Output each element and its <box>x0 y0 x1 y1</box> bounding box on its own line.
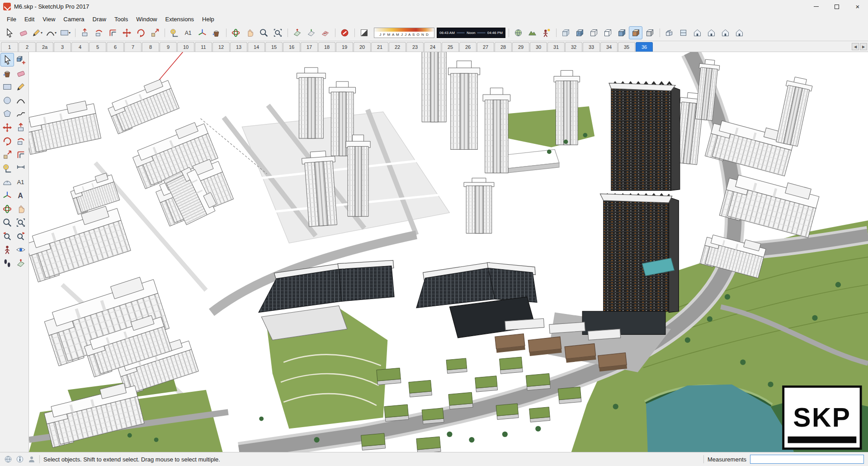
menu-tools[interactable]: Tools <box>110 14 132 24</box>
rotate-button[interactable]: ▾ <box>134 26 147 39</box>
maximize-button[interactable] <box>826 0 847 13</box>
palette-look-around-button[interactable] <box>14 243 28 257</box>
scene-tab[interactable]: 35 <box>618 42 635 52</box>
scene-tab[interactable]: 2a <box>36 42 53 52</box>
select-button[interactable]: ▾ <box>2 26 16 39</box>
palette-position-camera-button[interactable] <box>0 243 14 257</box>
scene-tab[interactable]: 25 <box>442 42 459 52</box>
sign-in-status-button[interactable] <box>28 455 36 463</box>
view-back-button[interactable]: ▾ <box>718 26 732 39</box>
view-front-button[interactable]: ▾ <box>690 26 704 39</box>
scene-tab[interactable]: 5 <box>89 42 106 52</box>
palette-rectangle-button[interactable] <box>0 80 14 94</box>
shadow-settings-button[interactable]: ▾ <box>357 26 371 39</box>
arcs-button[interactable]: ▾ <box>44 26 58 39</box>
scene-tab[interactable]: 12 <box>212 42 230 52</box>
tape-measure-button[interactable]: ▾ <box>167 26 181 39</box>
shapes-button[interactable]: ▾ <box>58 26 72 39</box>
move-button[interactable]: ▾ <box>120 26 133 39</box>
menu-camera[interactable]: Camera <box>59 14 88 24</box>
toggle-terrain-button[interactable]: ▾ <box>525 26 539 39</box>
menu-help[interactable]: Help <box>198 14 218 24</box>
measurements-input[interactable] <box>750 455 864 464</box>
style-shaded-button[interactable]: ▾ <box>615 26 628 39</box>
palette-arc-button[interactable] <box>14 94 28 107</box>
scene-tab[interactable]: 22 <box>389 42 406 52</box>
palette-orbit-button[interactable] <box>0 202 14 216</box>
scene-tab[interactable]: 29 <box>512 42 529 52</box>
scene-tab[interactable]: 7 <box>124 42 142 52</box>
menu-window[interactable]: Window <box>132 14 161 24</box>
view-left-button[interactable]: ▾ <box>732 26 746 39</box>
section-cuts-button[interactable]: ▾ <box>318 26 332 39</box>
menu-file[interactable]: File <box>3 14 20 24</box>
palette-circle-button[interactable] <box>0 94 14 107</box>
scene-tab[interactable]: 14 <box>248 42 265 52</box>
offset-button[interactable]: ▾ <box>106 26 119 39</box>
orbit-button[interactable]: ▾ <box>229 26 242 39</box>
scene-tab[interactable]: 4 <box>71 42 89 52</box>
view-top-button[interactable]: ▾ <box>676 26 690 39</box>
scene-tab[interactable]: 1 <box>1 42 18 52</box>
palette-push-pull-button[interactable] <box>14 121 28 134</box>
palette-eraser-button[interactable] <box>14 67 28 80</box>
palette-follow-me-button[interactable] <box>14 134 28 148</box>
scene-tab[interactable]: 31 <box>547 42 565 52</box>
scene-tab[interactable]: 11 <box>195 42 212 52</box>
style-monochrome-button[interactable]: ▾ <box>643 26 656 39</box>
close-button[interactable]: × <box>847 0 868 13</box>
palette-offset-button[interactable] <box>14 148 28 162</box>
style-wireframe-button[interactable]: ▾ <box>587 26 600 39</box>
scale-button[interactable]: ▾ <box>148 26 161 39</box>
scene-tab[interactable]: 6 <box>107 42 124 52</box>
scene-tab[interactable]: 16 <box>283 42 300 52</box>
scene-tab[interactable]: 32 <box>565 42 582 52</box>
add-location-button[interactable]: ▾ <box>511 26 525 39</box>
menu-view[interactable]: View <box>38 14 59 24</box>
scene-tab[interactable]: 9 <box>160 42 177 52</box>
section-display-button[interactable]: ▾ <box>304 26 318 39</box>
scene-tab[interactable]: 34 <box>600 42 618 52</box>
scene-tab[interactable]: 24 <box>424 42 441 52</box>
menu-extensions[interactable]: Extensions <box>161 14 198 24</box>
scene-tab[interactable]: 21 <box>371 42 388 52</box>
text-button[interactable]: ▾ <box>181 26 195 39</box>
tab-scroll-left-button[interactable]: ◀ <box>852 43 859 50</box>
minimize-button[interactable] <box>806 0 826 13</box>
palette-make-component-button[interactable] <box>14 53 28 67</box>
menu-draw[interactable]: Draw <box>89 14 110 24</box>
section-plane-button[interactable]: ▾ <box>290 26 304 39</box>
follow-me-button[interactable]: ▾ <box>92 26 105 39</box>
scene-tab[interactable]: 2 <box>19 42 36 52</box>
scene-tab[interactable]: 10 <box>177 42 194 52</box>
scene-tab[interactable]: 28 <box>495 42 512 52</box>
palette-text-button[interactable] <box>14 175 28 189</box>
line-button[interactable]: ▾ <box>30 26 44 39</box>
scene-tab[interactable]: 36 <box>636 42 653 52</box>
palette-walk-button[interactable] <box>0 257 14 270</box>
pan-button[interactable]: ▾ <box>243 26 256 39</box>
palette-axes-button[interactable] <box>0 189 14 202</box>
palette-dimension-button[interactable] <box>14 162 28 175</box>
scene-tab[interactable]: 13 <box>230 42 247 52</box>
palette-3d-text-button[interactable] <box>14 189 28 202</box>
scene-tab[interactable]: 15 <box>265 42 283 52</box>
scene-tab[interactable]: 17 <box>301 42 318 52</box>
palette-zoom-button[interactable] <box>0 216 14 229</box>
scene-tab[interactable]: 20 <box>354 42 371 52</box>
shadow-time-slider[interactable]: 06:43 AM Noon 04:46 PM <box>437 28 505 38</box>
scene-tab[interactable]: 27 <box>477 42 494 52</box>
axes-button[interactable]: ▾ <box>195 26 209 39</box>
style-shaded-textures-button[interactable]: ▾ <box>629 26 642 39</box>
palette-freehand-button[interactable] <box>14 107 28 121</box>
photo-textures-button[interactable]: ▾ <box>539 26 553 39</box>
scene-tab[interactable]: 3 <box>54 42 71 52</box>
palette-zoom-next-button[interactable] <box>14 229 28 243</box>
palette-zoom-previous-button[interactable] <box>0 229 14 243</box>
style-back-edges-button[interactable]: ▾ <box>573 26 586 39</box>
palette-rotate-button[interactable] <box>0 134 14 148</box>
scene-tab[interactable]: 23 <box>406 42 424 52</box>
scene-tab[interactable]: 18 <box>318 42 335 52</box>
eraser-button[interactable]: ▾ <box>16 26 30 39</box>
style-xray-button[interactable]: ▾ <box>559 26 572 39</box>
